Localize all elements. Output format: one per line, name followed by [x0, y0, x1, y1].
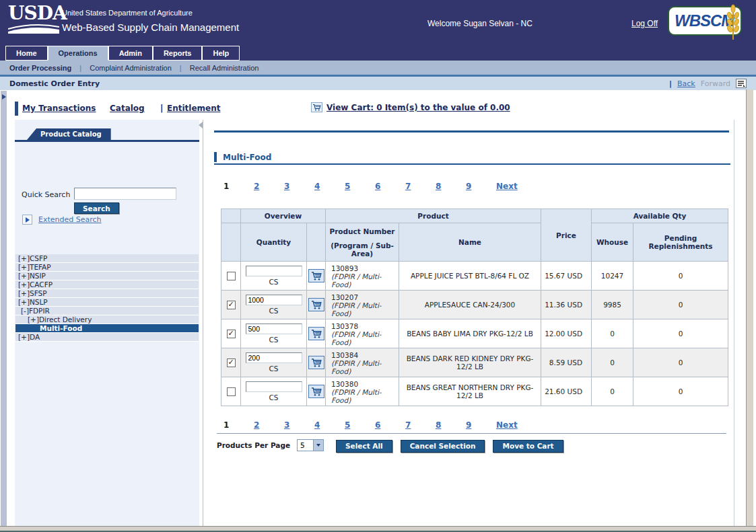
product-number: 130380 [331, 380, 396, 388]
expand-triangle-icon[interactable] [22, 215, 32, 225]
quantity-input[interactable] [246, 295, 302, 305]
product-program: (FDPIR / Multi-Food) [331, 388, 396, 404]
tab-admin[interactable]: Admin [108, 46, 153, 61]
whouse-cell: 0 [592, 377, 633, 406]
tree-item-nsip[interactable]: [+]NSIP [15, 272, 199, 280]
page-current: 1 [224, 420, 254, 430]
page-link-2[interactable]: 2 [254, 420, 284, 430]
back-link[interactable]: Back [677, 79, 695, 88]
header-titles: United States Department of Agriculture … [62, 9, 239, 33]
subnav-item-complaint-administration[interactable]: Complaint Administration [90, 64, 172, 72]
page-link-5[interactable]: 5 [345, 182, 375, 191]
product-number: 130384 [331, 351, 396, 359]
add-to-cart-icon[interactable] [308, 385, 324, 398]
pending-cell: 0 [633, 262, 728, 291]
select-all-button[interactable]: Select All [336, 440, 392, 453]
subnav-item-recall-administration[interactable]: Recall Administration [190, 64, 259, 72]
welcome-text: Welcome Sugan Selvan - NC [427, 19, 532, 28]
move-to-cart-button[interactable]: Move to Cart [493, 440, 563, 453]
add-to-cart-icon[interactable] [308, 356, 324, 369]
row-checkbox[interactable] [227, 301, 236, 309]
page-link-7[interactable]: 7 [405, 182, 436, 191]
quantity-input[interactable] [246, 352, 302, 363]
page-link-5[interactable]: 5 [345, 420, 375, 430]
panel-collapse-gutter[interactable] [1, 91, 7, 526]
page-link-4[interactable]: 4 [314, 182, 345, 191]
product-name-cell: BEANS BABY LIMA DRY PKG-12/2 LB [399, 319, 541, 348]
products-per-page-select[interactable]: 5 [297, 439, 324, 451]
row-checkbox[interactable] [227, 387, 236, 396]
add-to-cart-icon[interactable] [308, 298, 324, 311]
page-next-link[interactable]: Next [496, 182, 518, 191]
tab-home[interactable]: Home [5, 46, 48, 61]
quantity-input[interactable] [246, 266, 302, 276]
price-cell: 15.67 USD [541, 262, 592, 291]
entitlement-link[interactable]: Entitlement [167, 104, 221, 113]
page-link-2[interactable]: 2 [254, 182, 284, 191]
table-row: CS130378(FDPIR / Multi-Food)BEANS BABY L… [221, 319, 728, 348]
page-link-3[interactable]: 3 [284, 420, 314, 430]
collapse-panel-icon[interactable] [199, 122, 203, 128]
page-menu-icon[interactable] [736, 79, 747, 88]
page-link-8[interactable]: 8 [436, 182, 466, 191]
page-link-9[interactable]: 9 [466, 182, 496, 191]
tree-item-tefap[interactable]: [+]TEFAP [15, 263, 199, 272]
table-row: CS130207(FDPIR / Multi-Food)APPLESAUCE C… [221, 291, 728, 319]
page-link-4[interactable]: 4 [314, 420, 345, 430]
cancel-selection-button[interactable]: Cancel Selection [401, 440, 485, 453]
tab-reports[interactable]: Reports [153, 46, 203, 61]
toolbar-links: My Transactions Catalog | Entitlement Vi… [0, 100, 756, 119]
tab-help[interactable]: Help [202, 46, 240, 61]
header-overview: Overview [241, 209, 326, 223]
add-to-cart-icon[interactable] [308, 269, 324, 282]
tree-item-cacfp[interactable]: [+]CACFP [15, 280, 199, 289]
tree-item-da[interactable]: [+]DA [15, 333, 199, 342]
quantity-unit: CS [242, 365, 306, 373]
search-button[interactable]: Search [74, 202, 119, 214]
page-link-3[interactable]: 3 [284, 182, 314, 191]
tree-item-multi-food[interactable]: Multi-Food [15, 324, 199, 333]
main-top-rule [214, 130, 729, 132]
history-separator: | [669, 79, 672, 88]
whouse-cell: 0 [592, 319, 633, 348]
panel-title-rule [15, 140, 199, 142]
page-link-9[interactable]: 9 [466, 420, 496, 430]
catalog-link[interactable]: Catalog [110, 104, 145, 113]
view-cart-link[interactable]: View Cart: 0 Item(s) to the value of 0.0… [327, 103, 510, 112]
checkbox-cell [221, 348, 241, 377]
page-next-link[interactable]: Next [496, 420, 518, 430]
product-number-cell: 130384(FDPIR / Multi-Food) [326, 348, 399, 377]
page-link-8[interactable]: 8 [436, 420, 466, 430]
quantity-input[interactable] [246, 324, 302, 334]
row-checkbox[interactable] [227, 272, 236, 280]
page-link-6[interactable]: 6 [375, 182, 405, 191]
quick-search-input[interactable] [74, 188, 176, 200]
vertical-scrollbar[interactable] [746, 89, 753, 526]
quantity-input[interactable] [246, 381, 302, 392]
pagination-top: 123456789Next [224, 182, 518, 191]
quantity-unit: CS [242, 393, 306, 402]
tree-item-fdpir[interactable]: [-]FDPIR [15, 307, 199, 315]
header-name: Name [399, 223, 541, 262]
add-to-cart-icon[interactable] [308, 327, 324, 340]
extended-search-link[interactable]: Extended Search [38, 215, 102, 224]
tree-item-sfsp[interactable]: [+]SFSP [15, 289, 199, 298]
page-title: Domestic Order Entry [9, 79, 100, 88]
subnav-item-order-processing[interactable]: Order Processing [9, 64, 71, 72]
page-link-6[interactable]: 6 [375, 420, 405, 430]
my-transactions-link[interactable]: My Transactions [22, 104, 96, 113]
tree-item-nslp[interactable]: [+]NSLP [15, 298, 199, 307]
nav-tabs: HomeOperationsAdminReportsHelp [0, 44, 756, 61]
tab-operations[interactable]: Operations [48, 46, 108, 61]
cart-cell [307, 262, 326, 291]
view-cart[interactable]: View Cart: 0 Item(s) to the value of 0.0… [311, 102, 510, 112]
subnav: Order Processing|Complaint Administratio… [0, 61, 756, 75]
tree-item-csfp[interactable]: [+]CSFP [15, 254, 199, 263]
page-link-7[interactable]: 7 [405, 420, 436, 430]
header-cart-spacer [307, 223, 326, 262]
logoff-link[interactable]: Log Off [631, 19, 658, 28]
row-checkbox[interactable] [227, 358, 236, 367]
select-dropdown-arrow-icon[interactable] [313, 440, 323, 451]
row-checkbox[interactable] [227, 330, 236, 338]
tree-item-direct-delivery[interactable]: [+]Direct Delivery [15, 315, 199, 324]
